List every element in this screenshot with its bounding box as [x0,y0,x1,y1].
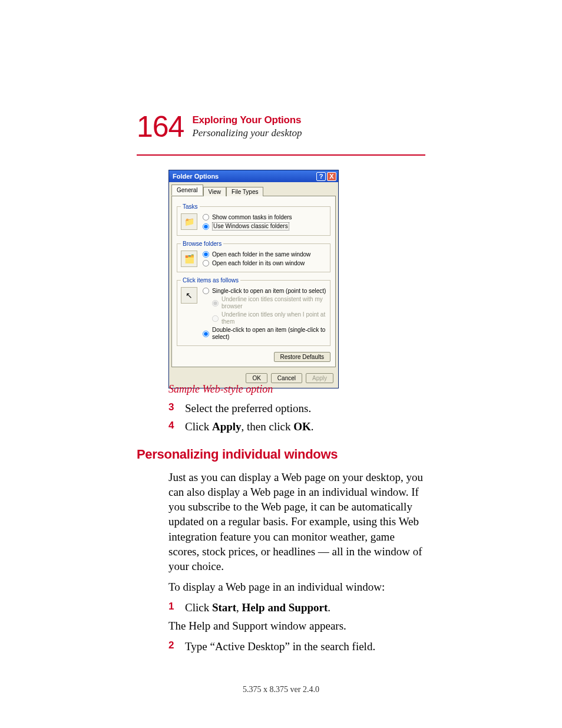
tabstrip: General View File Types [169,182,338,196]
restore-row: Restore Defaults [177,351,330,362]
page-header: 164 Exploring Your Options Personalizing… [137,112,302,141]
text-run: Click [185,420,212,433]
step-text: Type “Active Desktop” in the search fiel… [185,639,425,654]
radio-single-click[interactable]: Single-click to open an item (point to s… [202,287,326,295]
radio-label: Underline icon titles consistent with my… [222,296,326,310]
step-text: Click Start, Help and Support. [185,600,425,615]
radio-label: Single-click to open an item (point to s… [212,288,326,295]
radio-show-common-tasks[interactable]: Show common tasks in folders [202,213,292,221]
text-bold: Help and Support [242,601,328,614]
step-1: 1 Click Start, Help and Support. [168,600,425,615]
dialog-title: Folder Options [173,173,219,180]
close-button[interactable]: X [327,172,336,181]
step-number: 4 [168,419,177,434]
page-footer: 5.375 x 8.375 ver 2.4.0 [0,685,562,694]
help-button[interactable]: ? [316,172,326,181]
radio-same-window[interactable]: Open each folder in the same window [202,251,310,258]
step-number: 1 [168,600,177,615]
folder-options-dialog: Folder Options ? X General View File Typ… [168,170,339,388]
group-click: Click items as follows ↖ Single-click to… [177,277,330,346]
group-tasks: Tasks 📁 Show common tasks in folders Use… [177,203,330,236]
radio-underline-browser: Underline icon titles consistent with my… [202,296,326,310]
paragraph: To display a Web page in an individual w… [168,579,425,594]
radio-label: Open each folder in the same window [212,251,310,258]
group-browse-legend: Browse folders [181,241,223,247]
step-2: 2 Type “Active Desktop” in the search fi… [168,639,425,654]
step-text: Select the preferred options. [185,401,425,416]
radio-label: Use Windows classic folders [212,222,289,230]
text-run: , then click [242,420,294,433]
radio-label: Open each folder in its own window [212,260,305,267]
group-tasks-legend: Tasks [181,203,200,210]
body-content: 3 Select the preferred options. 4 Click … [168,401,425,657]
page-number: 164 [137,112,184,141]
text-bold: Apply [212,420,242,433]
radio-label: Underline icon titles only when I point … [222,311,326,325]
header-text: Exploring Your Options Personalizing you… [192,112,302,139]
subsection-heading: Personalizing individual windows [137,446,425,463]
section-title: Personalizing your desktop [192,127,302,139]
group-click-legend: Click items as follows [181,277,240,284]
tab-general[interactable]: General [171,185,203,196]
tab-view[interactable]: View [203,187,227,196]
text-run: , [236,601,242,614]
radio-double-click[interactable]: Double-click to open an item (single-cli… [202,327,326,341]
browse-folder-icon: 🗂️ [181,251,197,267]
radio-label: Double-click to open an item (single-cli… [212,327,326,341]
group-browse: Browse folders 🗂️ Open each folder in th… [177,241,330,272]
header-rule [137,154,425,156]
step-4: 4 Click Apply, then click OK. [168,419,425,434]
ok-button[interactable]: OK [246,373,267,383]
step-text: Click Apply, then click OK. [185,419,425,434]
titlebar: Folder Options ? X [169,170,338,182]
text-run: Click [185,601,212,614]
paragraph: The Help and Support window appears. [168,618,425,633]
tasks-folder-icon: 📁 [181,213,197,230]
radio-own-window[interactable]: Open each folder in its own window [202,259,310,267]
cancel-button[interactable]: Cancel [271,373,302,383]
text-run: . [311,420,314,433]
step-number: 2 [168,639,177,654]
step-3: 3 Select the preferred options. [168,401,425,416]
tabpanel-general: Tasks 📁 Show common tasks in folders Use… [171,196,336,367]
text-bold: Start [212,601,236,614]
radio-underline-point: Underline icon titles only when I point … [202,311,326,325]
step-number: 3 [168,401,177,416]
apply-button[interactable]: Apply [306,373,333,383]
text-bold: OK [293,420,311,433]
radio-label: Show common tasks in folders [212,214,292,221]
titlebar-buttons: ? X [316,172,336,181]
restore-defaults-button[interactable]: Restore Defaults [274,352,330,362]
paragraph: Just as you can display a Web page on yo… [168,470,425,574]
chapter-title: Exploring Your Options [192,114,302,126]
figure-caption: Sample Web-style option [168,383,273,396]
text-run: . [328,601,330,614]
document-page: 164 Exploring Your Options Personalizing… [0,0,562,728]
radio-use-classic-folders[interactable]: Use Windows classic folders [202,222,292,230]
tab-file-types[interactable]: File Types [226,187,263,196]
click-cursor-icon: ↖ [181,287,197,304]
